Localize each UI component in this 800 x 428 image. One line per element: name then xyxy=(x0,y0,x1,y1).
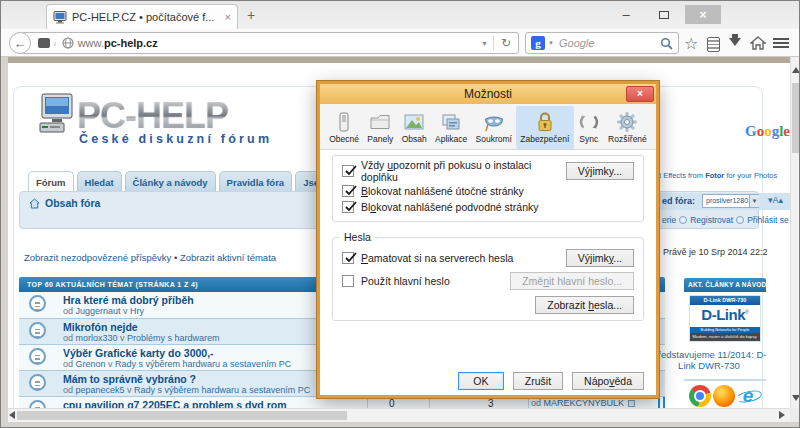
reload-icon[interactable]: ↻ xyxy=(494,36,518,50)
topic-icon xyxy=(29,322,46,339)
window-maximize-button[interactable] xyxy=(651,5,677,24)
tab-content[interactable]: Obsah xyxy=(397,106,430,149)
vertical-scroll-thumb[interactable] xyxy=(792,83,799,153)
dialog-close-button[interactable]: × xyxy=(626,86,654,102)
warn-addons-checkbox[interactable] xyxy=(342,165,354,177)
ie-logo-icon: e xyxy=(737,385,759,407)
dlink-ad[interactable]: D-Link DWR-730 D-Link® Building Networks… xyxy=(689,295,761,342)
topic-author-link[interactable]: Juggernaut xyxy=(76,306,121,316)
maximize-icon xyxy=(659,11,669,19)
tab-security[interactable]: Zabezpečení xyxy=(516,106,574,149)
saved-passwords-button[interactable]: Zobrazit hesla... xyxy=(535,296,634,314)
bookmark-star-icon[interactable]: ☆ xyxy=(684,34,698,53)
cancel-button[interactable]: Zrušit xyxy=(513,372,563,390)
search-icon[interactable] xyxy=(660,37,673,50)
addons-exceptions-button[interactable]: Výjimky... xyxy=(566,162,634,180)
picture-icon xyxy=(403,111,425,133)
search-engine-caret-icon[interactable]: ▼ xyxy=(548,40,554,46)
topic-forum-link[interactable]: Rady s výběrem hardwaru a sestavením PC xyxy=(134,385,310,395)
scroll-down-icon[interactable] xyxy=(792,395,800,405)
check-icon xyxy=(344,183,358,197)
tab-applications[interactable]: Aplikace xyxy=(431,106,471,149)
passwords-legend: Hesla xyxy=(340,231,375,243)
tab-tabs[interactable]: Panely xyxy=(363,106,397,149)
back-button[interactable]: ← xyxy=(9,32,31,54)
account-links-row: erie Registrovat Přihlásit se xyxy=(662,215,789,225)
nav-tab-forum[interactable]: Fórum xyxy=(28,171,74,191)
table-edge-border xyxy=(658,397,665,408)
style-select-arrow-icon[interactable]: ▼ xyxy=(749,195,759,207)
home-icon[interactable] xyxy=(750,36,766,50)
dlink-article-link[interactable]: Představujeme 11/2014: D-Link DWR-730 xyxy=(647,349,771,371)
goto-post-icon[interactable] xyxy=(628,400,635,407)
nav-tab-search[interactable]: Hledat xyxy=(77,171,122,191)
topic-icon xyxy=(29,374,46,391)
links-tail-fragment[interactable]: erie xyxy=(662,215,676,225)
url-text[interactable]: www.pc-help.cz xyxy=(78,37,158,49)
url-bar[interactable]: › www.pc-help.cz ▼ ↻ xyxy=(21,32,519,54)
topic-author-link[interactable]: pepanecek5 xyxy=(76,385,125,395)
search-input[interactable] xyxy=(557,36,657,50)
articles-header-bar: AKT. ČLÁNKY A NÁVODY xyxy=(684,278,766,292)
scroll-right-icon[interactable] xyxy=(779,411,789,419)
unanswered-posts-link[interactable]: Zobrazit nezodpovězené příspěvky xyxy=(24,252,171,263)
breadcrumb-label[interactable]: Obsah fóra xyxy=(45,197,100,209)
topic-title[interactable]: Hra které má dobrý příběh xyxy=(63,294,194,306)
security-pane: Vždy upozornit při pokusu o instalaci do… xyxy=(320,150,656,398)
register-link[interactable]: Registrovat xyxy=(690,215,733,225)
site-identity-icon[interactable] xyxy=(38,38,50,48)
horizontal-scroll-thumb[interactable] xyxy=(17,411,347,420)
firefox-logo-icon xyxy=(713,385,735,407)
search-bar[interactable]: g ▼ xyxy=(525,32,679,54)
menu-icon[interactable] xyxy=(773,38,789,48)
ok-button[interactable]: OK xyxy=(458,372,504,390)
new-tab-button[interactable]: + xyxy=(247,7,255,23)
breadcrumb[interactable]: Obsah fóra xyxy=(29,197,100,209)
topic-forum-link[interactable]: Hry xyxy=(130,306,144,316)
url-dropdown-icon[interactable]: ▼ xyxy=(476,40,493,47)
tab-close-icon[interactable]: × xyxy=(225,11,231,23)
app-windows-icon xyxy=(440,111,462,133)
scroll-up-icon[interactable] xyxy=(792,63,800,73)
help-button[interactable]: Nápověda xyxy=(572,372,644,390)
topic-title[interactable]: Výběr Grafické karty do 3000,- xyxy=(63,347,214,359)
site-logo-subtitle: České diskuzní fórum xyxy=(79,132,272,146)
dialog-title: Možnosti xyxy=(320,84,656,104)
passwords-exceptions-button[interactable]: Výjimky... xyxy=(566,249,634,267)
last-post-author-link[interactable]: MAREKCYNYBULK xyxy=(544,398,625,408)
login-link[interactable]: Přihlásit se xyxy=(747,215,789,225)
topic-forum-link[interactable]: Rady s výběrem hardwaru a sestavením PC xyxy=(115,359,291,369)
topic-author-link[interactable]: morlox330 xyxy=(76,333,118,343)
block-attack-checkbox[interactable] xyxy=(342,185,354,197)
browser-tab[interactable]: PC-HELP.CZ • počítačové f... × xyxy=(46,4,238,29)
topic-forum-link[interactable]: Problémy s hardwarem xyxy=(127,333,220,343)
tab-general[interactable]: Obecné xyxy=(325,106,363,149)
check-icon xyxy=(344,163,358,177)
active-topics-link[interactable]: Zobrazit aktivní témata xyxy=(180,252,276,263)
ad-link[interactable]: t Effects from Fotor for your Photos xyxy=(659,171,790,182)
nav-tab-rules[interactable]: Pravidla fóra xyxy=(219,171,293,191)
font-size-widget[interactable]: ▾A▴ xyxy=(768,195,783,205)
pc-help-logo-icon xyxy=(39,93,75,137)
site-logo-title[interactable]: PC-HELP xyxy=(77,95,228,137)
topic-title[interactable]: Mám to správně vybráno ? xyxy=(63,373,196,385)
block-forgery-checkbox[interactable] xyxy=(342,201,354,213)
topic-author-link[interactable]: Grenon xyxy=(76,359,106,369)
window-minimize-button[interactable]: – xyxy=(613,5,639,24)
topic-title[interactable]: Mikrofón nejde xyxy=(63,321,138,333)
tab-sync[interactable]: Sync xyxy=(574,106,604,149)
bookmarks-menu-icon[interactable] xyxy=(707,37,720,52)
topic-icon xyxy=(29,295,46,312)
remember-passwords-checkbox[interactable] xyxy=(342,252,354,264)
tab-advanced[interactable]: Rozšířené xyxy=(604,106,651,149)
master-password-checkbox[interactable] xyxy=(342,275,354,287)
nav-tab-articles[interactable]: Články a návody xyxy=(125,171,216,191)
google-logo[interactable]: Google xyxy=(745,123,790,140)
search-engine-icon[interactable]: g xyxy=(531,36,545,50)
window-close-button[interactable]: × xyxy=(685,5,721,24)
window-left-border xyxy=(1,57,8,428)
tab-privacy[interactable]: Soukromí xyxy=(471,106,516,149)
scroll-left-icon[interactable] xyxy=(5,411,15,419)
dlink-banner: D-Link DWR-730 xyxy=(690,296,760,305)
lock-icon xyxy=(534,111,556,133)
